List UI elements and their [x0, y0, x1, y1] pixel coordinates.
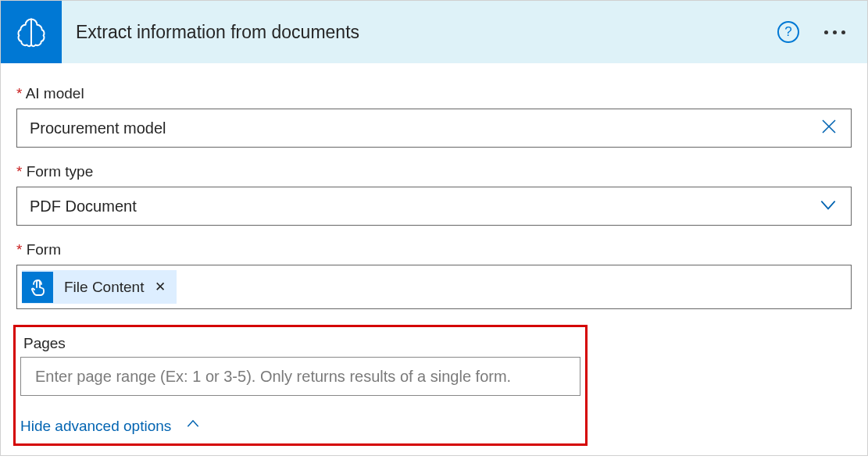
form-type-field: * Form type PDF Document [16, 163, 852, 226]
form-label: * Form [16, 241, 852, 258]
touch-icon [28, 278, 47, 297]
form-token-input[interactable]: File Content ✕ [16, 265, 852, 309]
more-menu-icon[interactable] [818, 24, 852, 41]
pages-label: Pages [20, 335, 580, 352]
pages-input[interactable] [20, 357, 580, 396]
token-label: File Content [64, 279, 144, 296]
hide-advanced-link[interactable]: Hide advanced options [20, 416, 201, 436]
ai-model-field: * AI model Procurement model [16, 85, 852, 148]
token-icon-box [22, 272, 53, 303]
ai-model-label: * AI model [16, 85, 852, 102]
chevron-down-icon[interactable] [818, 194, 838, 219]
help-icon[interactable]: ? [777, 21, 799, 43]
hide-advanced-label: Hide advanced options [20, 418, 171, 435]
form-type-select[interactable]: PDF Document [16, 187, 852, 226]
pages-field: Pages [20, 335, 580, 396]
chevron-up-icon [185, 416, 201, 436]
action-header: Extract information from documents ? [1, 1, 867, 63]
clear-icon[interactable] [820, 117, 838, 140]
token-remove-icon[interactable]: ✕ [152, 279, 169, 295]
ai-model-value: Procurement model [30, 119, 820, 137]
action-title: Extract information from documents [76, 22, 777, 43]
form-field: * Form File Content ✕ [16, 241, 852, 309]
form-type-value: PDF Document [30, 198, 818, 215]
action-icon-box [1, 1, 62, 63]
action-body: * AI model Procurement model * Form type… [1, 63, 867, 455]
ai-model-input[interactable]: Procurement model [16, 109, 852, 148]
brain-icon [14, 15, 48, 49]
action-card: Extract information from documents ? * A… [0, 0, 868, 456]
file-content-token[interactable]: File Content ✕ [22, 270, 177, 304]
highlighted-region: Pages Hide advanced options [13, 325, 588, 446]
form-type-label: * Form type [16, 163, 852, 180]
